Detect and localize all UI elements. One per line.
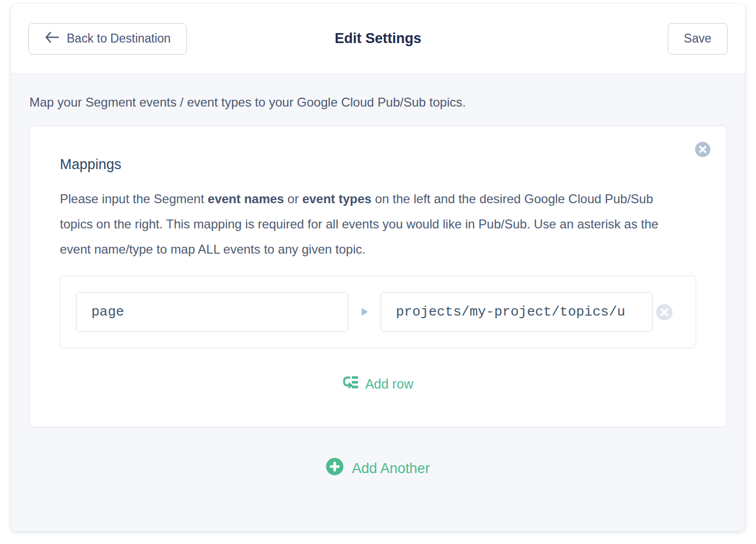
settings-panel: Back to Destination Edit Settings Save M… — [10, 3, 746, 531]
mappings-card: Mappings Please input the Segment event … — [29, 125, 727, 427]
remove-row-icon[interactable] — [656, 304, 673, 320]
back-arrow-icon — [45, 32, 59, 46]
topic-input[interactable] — [381, 292, 653, 332]
add-row-icon — [343, 374, 359, 393]
back-button-label: Back to Destination — [67, 32, 171, 46]
add-another-button[interactable]: Add Another — [326, 458, 430, 479]
save-button[interactable]: Save — [668, 23, 728, 55]
add-row-button[interactable]: Add row — [343, 374, 414, 393]
event-name-input[interactable] — [76, 292, 348, 332]
mapping-row — [60, 276, 696, 348]
maps-to-arrow-icon — [348, 307, 381, 317]
plus-circle-icon — [326, 458, 343, 479]
add-row-label: Add row — [365, 376, 414, 392]
add-another-label: Add Another — [352, 461, 430, 477]
settings-body: Map your Segment events / event types to… — [11, 74, 745, 531]
back-to-destination-button[interactable]: Back to Destination — [28, 23, 187, 55]
remove-setting-icon[interactable] — [695, 142, 710, 157]
circle-x-icon — [656, 304, 673, 320]
intro-text: Map your Segment events / event types to… — [29, 95, 727, 110]
mappings-description: Please input the Segment event names or … — [60, 186, 671, 262]
mappings-heading: Mappings — [60, 156, 696, 173]
header-bar: Back to Destination Edit Settings Save — [11, 4, 745, 74]
circle-x-icon — [695, 142, 710, 157]
